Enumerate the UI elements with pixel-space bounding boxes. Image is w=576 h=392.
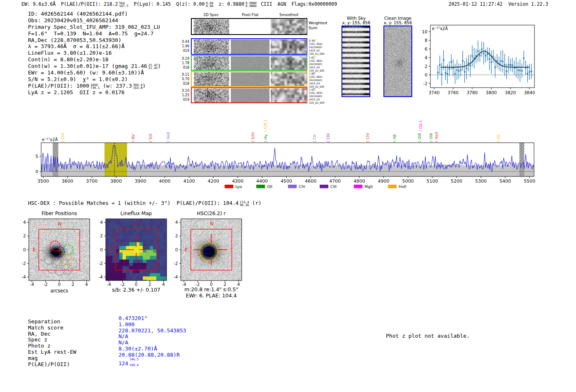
lineflux-ytick-label: 2 bbox=[100, 233, 103, 238]
legend-label-2: CIV bbox=[299, 184, 305, 189]
hsc-ytick-label: -2 bbox=[174, 261, 178, 266]
spectrum-plot: 3500360037003800390040004100420043004400… bbox=[35, 120, 535, 189]
fiber-xtick-label: -4 bbox=[30, 282, 34, 287]
hsc-ytick-label: 2 bbox=[175, 233, 178, 238]
spectrum-ytick-label: 5 bbox=[35, 154, 38, 159]
spectrum-xtick-label: 5200 bbox=[451, 179, 462, 184]
hsc-ytick-label: -4 bbox=[174, 274, 178, 279]
lineflux-ytick-label: 0 bbox=[100, 247, 103, 252]
spectrum-xtick-label: 4900 bbox=[378, 179, 390, 184]
emission-line-label-cii: ( CII bbox=[496, 135, 501, 142]
zoom-ytick-label: 4 bbox=[425, 55, 427, 60]
emission-line-label-civ: ( CIV bbox=[60, 133, 65, 142]
fiber-ytick-label: 4 bbox=[23, 220, 26, 225]
zoom-xtick-label: 3780 bbox=[467, 90, 478, 95]
spectrum-legend: LyαOIICIVCIIIMgIIHeII bbox=[225, 184, 406, 189]
legend-label-0: Lyα bbox=[235, 184, 242, 189]
zoom-plot: 374037603780380038203840-20246810e⁻¹⁷x2Å bbox=[422, 25, 535, 95]
lineflux-xtick-label: 0 bbox=[135, 282, 138, 287]
zoom-ytick-label: -2 bbox=[423, 81, 427, 86]
spectrum-xtick-label: 5100 bbox=[427, 179, 438, 184]
hsc-ytick-label: 4 bbox=[175, 220, 178, 225]
fiber-xtick-label: 0 bbox=[58, 282, 61, 287]
elixer-report: EW: 9.6±3.6ÅP(LAE)/P(OII): 218.2564107.5… bbox=[0, 0, 576, 392]
zoom-ytick-label: 6 bbox=[425, 46, 427, 51]
lineflux-panel-axes: -4-2024420-2-4NE bbox=[99, 219, 167, 287]
zoom-ytick-label: 8 bbox=[425, 38, 427, 43]
spectrum-xtick-label: 5300 bbox=[475, 179, 487, 184]
legend-label-1: OII bbox=[267, 184, 272, 189]
spectrum-xtick-label: 4500 bbox=[281, 179, 292, 184]
spectrum-xtick-label: 3800 bbox=[110, 179, 122, 184]
zoom-xtick-label: 3740 bbox=[429, 90, 440, 95]
zoom-axes-frame bbox=[430, 25, 534, 88]
zoom-errorbars bbox=[437, 41, 532, 86]
hsc-aperture-ellipse bbox=[200, 242, 218, 261]
lineflux-xtick-label: 4 bbox=[162, 282, 165, 287]
hsc-east-label: E bbox=[185, 247, 188, 253]
hsc-xtick-label: -2 bbox=[195, 282, 200, 287]
spectrum-ytick-label: 0 bbox=[35, 169, 38, 174]
spectrum-xtick-label: 4000 bbox=[159, 179, 171, 184]
lineflux-ytick-label: -4 bbox=[99, 274, 103, 279]
legend-swatch-oii bbox=[256, 185, 265, 188]
emission-line-label-nv: ( NV bbox=[131, 134, 135, 142]
spectrum-xtick-label: 5500 bbox=[524, 179, 535, 184]
zoom-xtick-label: 3760 bbox=[448, 90, 459, 95]
spectrum-xtick-label: 4400 bbox=[256, 179, 268, 184]
emission-line-label-ciii: ( CIII ] bbox=[263, 120, 267, 132]
emission-line-label-oii: ( OII ] bbox=[418, 121, 423, 132]
emission-line-label-heii: ( HeII bbox=[166, 132, 170, 142]
fiber-panel-axes: -4-2024420-2-4NE bbox=[22, 219, 90, 287]
lineflux-north-label: N bbox=[135, 221, 138, 227]
zoom-xtick-label: 3840 bbox=[524, 90, 535, 95]
lineflux-east-label: E bbox=[109, 247, 112, 253]
fiber-xtick-label: -2 bbox=[44, 282, 48, 287]
zoom-unit-label: e⁻¹⁷x2Å bbox=[432, 26, 448, 31]
spectrum-xtick-label: 3700 bbox=[86, 179, 98, 184]
zoom-ytick-label: 2 bbox=[425, 64, 427, 69]
hsc-ytick-label: 0 bbox=[175, 247, 178, 252]
lineflux-xtick-label: -2 bbox=[121, 282, 125, 287]
fiber-east-label: E bbox=[33, 247, 35, 253]
lineflux-ytick-label: -2 bbox=[99, 261, 103, 266]
hsc-xtick-label: 4 bbox=[237, 282, 240, 287]
fiber-ytick-label: -4 bbox=[22, 274, 26, 279]
fiber-ytick-label: 2 bbox=[23, 233, 26, 238]
spectrum-xtick-label: 3900 bbox=[135, 179, 146, 184]
fiber-xtick-label: 4 bbox=[85, 282, 88, 287]
spectrum-xtick-label: 4700 bbox=[329, 179, 341, 184]
emission-line-label-cii: ( CII bbox=[312, 135, 317, 142]
legend-swatch-civ bbox=[288, 185, 297, 188]
legend-label-4: MgII bbox=[365, 184, 373, 189]
hsc-xtick-label: 2 bbox=[223, 282, 226, 287]
legend-swatch-ciii bbox=[320, 185, 328, 188]
emission-line-label-civ: ( CIV bbox=[365, 133, 370, 142]
spectrum-xtick-label: 4300 bbox=[232, 179, 244, 184]
legend-swatch-heii bbox=[388, 185, 397, 188]
legend-swatch-ly bbox=[225, 185, 233, 188]
emission-line-label-oiii: ( OIII bbox=[429, 133, 433, 142]
spectrum-xtick-label: 5000 bbox=[402, 179, 414, 184]
fiber-xtick-label: 2 bbox=[72, 282, 74, 287]
fiber-ytick-label: -2 bbox=[22, 261, 26, 266]
lineflux-xtick-label: 2 bbox=[149, 282, 151, 287]
hsc-xtick-label: 0 bbox=[210, 282, 213, 287]
zoom-ytick-label: 10 bbox=[422, 29, 427, 34]
spectrum-xtick-label: 4800 bbox=[353, 179, 365, 184]
emission-line-label-oiii: ( OIII bbox=[417, 133, 422, 142]
spectrum-xtick-label: 4600 bbox=[305, 179, 316, 184]
spectrum-unit-label: e⁻¹⁷x2Å bbox=[42, 137, 58, 142]
spectrum-xtick-label: 3600 bbox=[62, 179, 73, 184]
zoom-xtick-label: 3800 bbox=[486, 90, 497, 95]
hsc-north-label: N bbox=[210, 221, 214, 227]
fiber-circle-2 bbox=[63, 245, 73, 255]
emission-line-label-h: ( Hγ bbox=[263, 134, 268, 142]
fiber-ytick-label: 0 bbox=[23, 247, 26, 252]
fiber-circle-0 bbox=[50, 241, 60, 251]
spectrum-xtick-label: 3500 bbox=[37, 179, 49, 184]
lineflux-xtick-label: -4 bbox=[107, 282, 111, 287]
spectrum-xtick-label: 4100 bbox=[183, 179, 195, 184]
plots-overlay: 374037603780380038203840-20246810e⁻¹⁷x2Å… bbox=[0, 0, 576, 392]
emission-line-label-h: ( Hβ bbox=[392, 134, 397, 142]
